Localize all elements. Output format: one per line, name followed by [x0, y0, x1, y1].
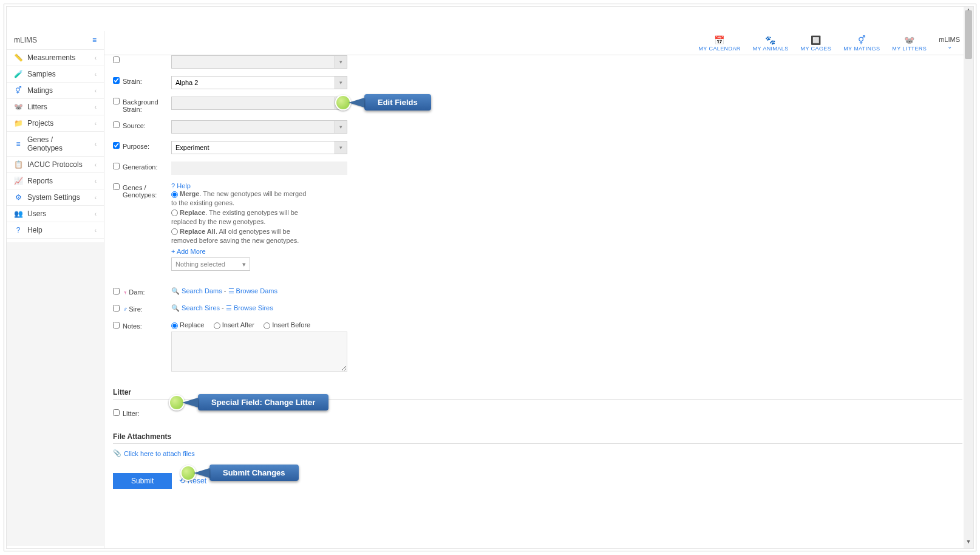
hamburger-icon[interactable]: ≡ — [92, 36, 97, 44]
list-icon: ☰ — [226, 304, 232, 312]
user-menu[interactable]: mLIMS ⌄ — [933, 36, 966, 50]
sidebar-item-measurements[interactable]: 📏Measurements‹ — [7, 50, 104, 66]
topnav-item-my-animals[interactable]: 🐾MY ANIMALS — [747, 33, 795, 53]
search-sires-link[interactable]: 🔍 Search Sires — [171, 304, 220, 312]
add-more-link[interactable]: + Add More — [171, 248, 311, 255]
source-dropdown-icon[interactable]: ▾ — [335, 120, 347, 134]
attach-files-link[interactable]: 📎 Click here to attach files — [113, 449, 195, 457]
notes-before-radio[interactable]: Insert Before — [264, 321, 310, 329]
topnav: 📅MY CALENDAR🐾MY ANIMALS🔲MY CAGES⚥MY MATI… — [692, 33, 933, 53]
color-dropdown-icon[interactable]: ▾ — [335, 55, 347, 69]
sidebar-item-iacuc-protocols[interactable]: 📋IACUC Protocols‹ — [7, 157, 104, 173]
color-input[interactable] — [171, 55, 335, 69]
topnav-label: MY MATINGS — [843, 46, 880, 52]
bgstrain-input[interactable] — [171, 97, 335, 110]
genes-help-link[interactable]: ? Help — [171, 182, 311, 189]
generation-label: Generation: — [123, 162, 171, 171]
topnav-label: MY ANIMALS — [753, 46, 789, 52]
sidebar-header: mLIMS ≡ — [7, 31, 104, 50]
sire-label: ♂Sire: — [123, 304, 171, 313]
reset-text: Reset — [188, 477, 206, 485]
purpose-input[interactable] — [171, 141, 335, 154]
search-icon: 🔍 — [171, 304, 180, 312]
notes-textarea[interactable] — [171, 332, 347, 372]
genes-select[interactable]: Nothing selected ▾ — [171, 257, 250, 271]
sidebar-icon: ≡ — [14, 140, 22, 148]
generation-checkbox[interactable] — [113, 163, 120, 169]
attachment-icon: 📎 — [113, 449, 121, 457]
notes-checkbox[interactable] — [113, 322, 120, 329]
sidebar-item-reports[interactable]: 📈Reports‹ — [7, 173, 104, 189]
submit-button[interactable]: Submit — [113, 473, 172, 489]
search-dams-text: Search Dams — [182, 287, 222, 295]
help-icon: ? — [171, 182, 175, 189]
dam-checkbox[interactable] — [113, 288, 120, 295]
scroll-down-icon[interactable]: ▼ — [964, 539, 973, 548]
purpose-dropdown-icon[interactable]: ▾ — [335, 141, 347, 154]
chevron-left-icon: ‹ — [95, 211, 97, 217]
chevron-left-icon: ‹ — [95, 120, 97, 127]
browse-dams-link[interactable]: ☰ Browse Dams — [228, 287, 278, 295]
sidebar-label: System Settings — [27, 193, 90, 202]
topnav-item-my-matings[interactable]: ⚥MY MATINGS — [837, 33, 886, 53]
topnav-item-my-calendar[interactable]: 📅MY CALENDAR — [692, 33, 746, 53]
female-icon: ♀ — [123, 288, 128, 296]
topnav-item-my-cages[interactable]: 🔲MY CAGES — [795, 33, 838, 53]
sidebar-item-litters[interactable]: 🐭Litters‹ — [7, 99, 104, 115]
dam-label-text: Dam: — [129, 288, 145, 296]
replace-radio[interactable]: Replace — [171, 209, 205, 216]
bgstrain-checkbox[interactable] — [113, 98, 120, 104]
sidebar-label: Measurements — [27, 53, 90, 62]
reset-link[interactable]: ⟲ Reset — [179, 477, 206, 485]
litter-checkbox[interactable] — [113, 409, 120, 416]
generation-input[interactable] — [171, 162, 347, 175]
sidebar-label: Samples — [27, 70, 90, 78]
sidebar-icon: 🧪 — [14, 70, 22, 78]
strain-input[interactable] — [171, 76, 335, 89]
source-checkbox[interactable] — [113, 121, 120, 128]
sidebar-empty — [7, 242, 104, 546]
chevron-left-icon: ‹ — [95, 178, 97, 185]
sidebar-label: IACUC Protocols — [27, 160, 90, 169]
chevron-left-icon: ‹ — [95, 87, 97, 94]
sire-checkbox[interactable] — [113, 305, 120, 312]
sidebar-item-projects[interactable]: 📁Projects‹ — [7, 115, 104, 132]
search-dams-link[interactable]: 🔍 Search Dams — [171, 287, 222, 295]
notes-replace-radio[interactable]: Replace — [171, 321, 204, 329]
genes-checkbox[interactable] — [113, 183, 120, 190]
topnav-label: MY LITTERS — [892, 46, 927, 52]
sidebar-item-system-settings[interactable]: ⚙System Settings‹ — [7, 189, 104, 206]
scroll-thumb[interactable] — [965, 10, 972, 59]
sidebar-item-users[interactable]: 👥Users‹ — [7, 206, 104, 222]
sidebar-label: Reports — [27, 177, 90, 185]
male-icon: ♂ — [123, 305, 128, 313]
merge-radio[interactable]: Merge — [171, 190, 199, 197]
bgstrain-dropdown-icon[interactable]: ▾ — [335, 97, 347, 110]
sidebar-item-samples[interactable]: 🧪Samples‹ — [7, 66, 104, 83]
plus-icon: + — [171, 248, 175, 255]
sidebar-item-matings[interactable]: ⚥Matings‹ — [7, 83, 104, 99]
sidebar-item-help[interactable]: ?Help‹ — [7, 222, 104, 239]
topnav-icon: 📅 — [698, 36, 740, 44]
purpose-checkbox[interactable] — [113, 142, 120, 149]
notes-after-text: Insert After — [222, 321, 254, 329]
topnav-item-my-litters[interactable]: 🐭MY LITTERS — [886, 33, 933, 53]
strain-dropdown-icon[interactable]: ▾ — [335, 76, 347, 89]
browse-sires-link[interactable]: ☰ Browse Sires — [226, 304, 273, 312]
sidebar-label: Litters — [27, 103, 90, 111]
source-input[interactable] — [171, 120, 335, 134]
sidebar-icon: ? — [14, 226, 22, 234]
user-label: mLIMS — [939, 36, 960, 43]
color-checkbox[interactable] — [113, 56, 120, 63]
litter-label: Litter: — [123, 408, 171, 417]
sidebar-label: Help — [27, 226, 90, 234]
chevron-left-icon: ‹ — [95, 227, 97, 234]
strain-checkbox[interactable] — [113, 77, 120, 84]
notes-replace-text: Replace — [180, 321, 204, 329]
sidebar-item-genes-genotypes[interactable]: ≡Genes / Genotypes‹ — [7, 132, 104, 157]
chevron-left-icon: ‹ — [95, 71, 97, 78]
replaceall-radio[interactable]: Replace All — [171, 228, 216, 235]
notes-after-radio[interactable]: Insert After — [214, 321, 254, 329]
sidebar-icon: 🐭 — [14, 103, 22, 111]
scrollbar[interactable]: ▲ ▼ — [964, 7, 973, 548]
